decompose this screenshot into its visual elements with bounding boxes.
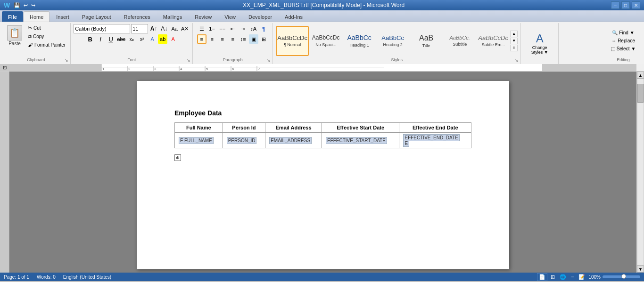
tab-file[interactable]: File <box>2 11 23 22</box>
font-color-btn[interactable]: A <box>168 34 178 44</box>
tab-mailings[interactable]: Mailings <box>157 11 188 22</box>
font-name-input[interactable] <box>74 24 130 33</box>
col-person-id: Person Id <box>223 123 265 133</box>
qat-redo[interactable]: ↪ <box>30 2 36 8</box>
style-no-spacing[interactable]: AaBbCcDc No Spaci... <box>309 26 342 56</box>
font-row1: A↑ A↓ Aa A✕ <box>74 24 190 33</box>
superscript-btn[interactable]: x² <box>137 34 147 44</box>
qat-undo[interactable]: ↩ <box>23 2 29 8</box>
styles-expand-btn[interactable]: ↘ <box>514 57 520 63</box>
align-right-btn[interactable]: ≡ <box>218 34 227 44</box>
decrease-indent-btn[interactable]: ⇤ <box>228 24 238 33</box>
style-title[interactable]: AaB Title <box>410 26 443 56</box>
styles-scroll-buttons[interactable]: ▲ ▼ ≡ <box>510 31 518 51</box>
style-normal[interactable]: AaBbCcDc ¶ Normal <box>276 26 309 56</box>
increase-font-btn[interactable]: A↑ <box>149 24 158 33</box>
style-heading2[interactable]: AaBbCc Heading 2 <box>376 26 409 56</box>
highlight-color-btn[interactable]: ab <box>158 34 167 44</box>
table-handle[interactable]: ⊕ <box>174 154 181 161</box>
tab-developer[interactable]: Developer <box>242 11 278 22</box>
cell-email[interactable]: EMAIL_ADDRESS <box>265 133 322 148</box>
tab-view[interactable]: View <box>218 11 242 22</box>
paste-button[interactable]: 📋 Paste <box>5 24 25 48</box>
font-size-input[interactable] <box>131 24 148 33</box>
align-center-btn[interactable]: ≡ <box>207 34 217 44</box>
ruler-inactive-right <box>542 64 636 71</box>
tab-insert[interactable]: Insert <box>50 11 75 22</box>
qat-save[interactable]: 💾 <box>13 2 21 8</box>
cell-start-date[interactable]: EFFECTIVE_START_DATE <box>322 133 399 148</box>
format-painter-button[interactable]: 🖌 Format Painter <box>26 41 67 48</box>
table-row: F FULL_NAME PERSON_ID EMAIL_ADDRESS EFFE… <box>175 133 471 148</box>
justify-btn[interactable]: ≡ <box>228 34 238 44</box>
multilevel-list-btn[interactable]: ≡≡ <box>218 24 227 33</box>
editing-group: 🔍 Find ▼ ↔ Replace ⬚ Select ▼ Editing <box>604 23 642 64</box>
tab-home[interactable]: Home <box>24 11 50 22</box>
subscript-btn[interactable]: x₂ <box>127 34 136 44</box>
line-spacing-btn[interactable]: ↕≡ <box>239 34 248 44</box>
bold-btn[interactable]: B <box>85 34 95 44</box>
scroll-track[interactable] <box>637 79 644 266</box>
ruler-left-corner[interactable]: ⊡ <box>0 64 9 71</box>
scroll-thumb[interactable] <box>637 84 644 103</box>
view-outline[interactable]: ≡ <box>570 274 575 280</box>
change-case-btn[interactable]: Aa <box>170 24 179 33</box>
svg-text:7: 7 <box>258 67 260 71</box>
close-btn[interactable]: ✕ <box>632 1 640 9</box>
tab-references[interactable]: References <box>118 11 157 22</box>
borders-btn[interactable]: ⊞ <box>259 34 269 44</box>
style-heading1[interactable]: AaBbCc Heading 1 <box>343 26 376 56</box>
bullets-btn[interactable]: ☰ <box>197 24 206 33</box>
styles-expand[interactable]: ≡ <box>510 45 518 51</box>
paragraph-expand[interactable]: ↘ <box>266 57 272 63</box>
underline-btn[interactable]: U <box>106 34 116 44</box>
cut-button[interactable]: ✂ Cut <box>26 24 67 32</box>
replace-button[interactable]: ↔ Replace <box>610 37 637 44</box>
vertical-scrollbar[interactable]: ▲ ▼ <box>636 72 644 273</box>
select-button[interactable]: ⬚ Select ▼ <box>609 45 638 52</box>
font-row2: B I U abc x₂ x² A ab A <box>85 34 178 44</box>
view-draft[interactable]: 📝 <box>577 274 586 281</box>
style-normal-label: ¶ Normal <box>284 42 301 47</box>
text-effects-btn[interactable]: A <box>148 34 157 44</box>
decrease-font-btn[interactable]: A↓ <box>159 24 169 33</box>
format-painter-icon: 🖌 <box>28 42 33 48</box>
clear-format-btn[interactable]: A✕ <box>180 24 190 33</box>
styles-scroll-down[interactable]: ▼ <box>510 38 518 44</box>
view-web-layout[interactable]: 🌐 <box>558 274 568 281</box>
style-subtle-em-label: Subtle Em... <box>482 42 505 47</box>
zoom-slider[interactable] <box>603 275 640 278</box>
increase-indent-btn[interactable]: ⇥ <box>239 24 248 33</box>
find-button[interactable]: 🔍 Find ▼ <box>610 29 636 36</box>
change-styles-button[interactable]: A ChangeStyles ▼ <box>529 30 551 57</box>
view-print-layout[interactable]: 📄 <box>537 273 547 281</box>
cell-full-name[interactable]: F FULL_NAME <box>175 133 223 148</box>
table-body: F FULL_NAME PERSON_ID EMAIL_ADDRESS EFFE… <box>175 133 471 148</box>
style-subtitle[interactable]: AaBbCc. Subtitle <box>443 26 476 56</box>
numbering-btn[interactable]: 1≡ <box>207 24 217 33</box>
view-full-screen[interactable]: ⊞ <box>549 274 556 281</box>
minimize-btn[interactable]: – <box>611 1 619 9</box>
tab-page-layout[interactable]: Page Layout <box>76 11 117 22</box>
clipboard-expand[interactable]: ↘ <box>64 57 69 63</box>
svg-text:4: 4 <box>180 67 182 71</box>
zoom-thumb[interactable] <box>621 274 626 279</box>
copy-button[interactable]: ⧉ Copy <box>26 32 67 40</box>
sort-btn[interactable]: ↕A <box>249 24 258 33</box>
show-hide-btn[interactable]: ¶ <box>259 24 269 33</box>
scroll-down-btn[interactable]: ▼ <box>637 266 644 273</box>
cell-end-date[interactable]: EFFECTIVE_END_DATE E <box>399 133 471 148</box>
tab-add-ins[interactable]: Add-Ins <box>279 11 309 22</box>
italic-btn[interactable]: I <box>96 34 105 44</box>
styles-scroll-up[interactable]: ▲ <box>510 31 518 37</box>
restore-btn[interactable]: □ <box>621 1 630 9</box>
strikethrough-btn[interactable]: abc <box>116 34 126 44</box>
doc-scroll-area[interactable]: Employee Data ⊕ Full Name Person Id Emai… <box>9 72 636 273</box>
cell-person-id[interactable]: PERSON_ID <box>223 133 265 148</box>
font-expand[interactable]: ↘ <box>186 57 191 63</box>
style-subtle-em[interactable]: AaBbCcDc Subtle Em... <box>477 26 510 56</box>
align-left-btn[interactable]: ≡ <box>197 34 206 44</box>
scroll-up-btn[interactable]: ▲ <box>637 72 644 79</box>
shading-btn[interactable]: ▣ <box>249 34 258 44</box>
tab-review[interactable]: Review <box>189 11 218 22</box>
